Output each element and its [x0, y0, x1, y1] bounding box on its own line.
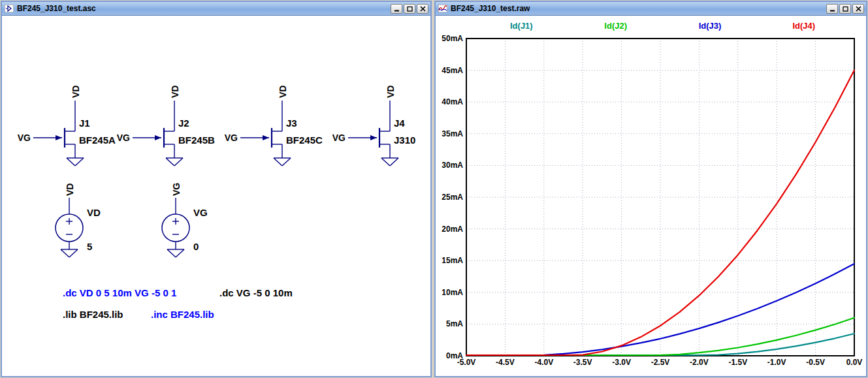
legend-Id(J1)[interactable]: Id(J1) — [510, 21, 533, 31]
jfet-symbol-J2[interactable]: VDVGJ2BF245B — [117, 86, 215, 166]
x-tick-label: -4.0V — [534, 358, 553, 367]
trace-Id(J4) — [466, 71, 854, 355]
spice-directive[interactable]: .dc VG -5 0 10m — [219, 287, 293, 298]
x-tick-label: 0.0V — [846, 358, 863, 367]
ground-symbol[interactable] — [61, 249, 78, 257]
waveform-plot: -5.0V-4.5V-4.0V-3.5V-3.0V-2.5V-2.0V-1.5V… — [436, 16, 866, 376]
y-tick-label: 0mA — [446, 351, 463, 360]
ground-symbol[interactable] — [274, 158, 291, 166]
minimize-button[interactable] — [826, 4, 838, 14]
legend-Id(J3)[interactable]: Id(J3) — [699, 21, 722, 31]
gate-arrow-icon — [370, 135, 377, 140]
source-value-label[interactable]: 0 — [193, 241, 199, 252]
net-label-drain[interactable]: VD — [385, 86, 396, 98]
x-tick-label: -1.0V — [767, 358, 786, 367]
schematic-titlebar[interactable]: BF245_J310_test.asc — [2, 2, 430, 16]
waveform-icon — [438, 4, 448, 13]
net-label-drain[interactable]: VD — [278, 86, 288, 98]
gate-arrow-icon — [56, 135, 62, 140]
y-tick-label: 10mA — [442, 288, 463, 297]
y-tick-label: 20mA — [442, 225, 463, 234]
jfet-ref-label[interactable]: J3 — [286, 118, 297, 129]
gate-arrow-icon — [263, 135, 269, 140]
y-tick-label: 25mA — [442, 193, 463, 202]
voltage-source-VG[interactable]: VGVG0 — [162, 183, 208, 257]
ltspice-desktop: BF245_J310_test.asc VDVGJ1BF245AVDVGJ2BF… — [0, 0, 868, 378]
x-tick-label: -1.5V — [728, 358, 747, 367]
net-label-gate[interactable]: VG — [117, 133, 130, 143]
source-name-label[interactable]: VD — [87, 207, 101, 218]
maximize-button[interactable] — [404, 4, 415, 14]
net-label-gate[interactable]: VG — [225, 133, 238, 143]
jfet-ref-label[interactable]: J4 — [394, 118, 405, 129]
minimize-button[interactable] — [391, 4, 402, 14]
net-label-VG[interactable]: VG — [171, 183, 182, 196]
plot-grid — [466, 39, 854, 356]
ground-symbol[interactable] — [381, 158, 398, 166]
schematic-canvas[interactable]: VDVGJ1BF245AVDVGJ2BF245BVDVGJ3BF245CVDVG… — [2, 16, 430, 376]
x-tick-label: -2.5V — [651, 358, 670, 367]
jfet-model-label[interactable]: J310 — [394, 134, 415, 146]
ground-symbol[interactable] — [166, 158, 183, 166]
y-tick-label: 15mA — [442, 256, 463, 265]
schematic-window: BF245_J310_test.asc VDVGJ1BF245AVDVGJ2BF… — [1, 1, 432, 377]
x-tick-label: -4.5V — [496, 358, 515, 367]
jfet-model-label[interactable]: BF245A — [79, 134, 116, 146]
maximize-button[interactable] — [839, 4, 851, 14]
net-label-drain[interactable]: VD — [71, 86, 81, 98]
legend-Id(J2)[interactable]: Id(J2) — [604, 21, 627, 31]
x-tick-label: -3.0V — [612, 358, 631, 367]
jfet-symbol-J3[interactable]: VDVGJ3BF245C — [225, 86, 323, 166]
schematic-drawing: VDVGJ1BF245AVDVGJ2BF245BVDVGJ3BF245CVDVG… — [2, 16, 430, 376]
y-tick-label: 45mA — [442, 66, 463, 75]
close-button[interactable] — [852, 4, 864, 14]
jfet-ref-label[interactable]: J2 — [178, 118, 189, 129]
source-name-label[interactable]: VG — [193, 207, 208, 218]
ground-symbol[interactable] — [67, 158, 84, 166]
jfet-symbol-J4[interactable]: VDVGJ4J310 — [332, 86, 416, 166]
ground-symbol[interactable] — [167, 249, 184, 257]
y-tick-label: 30mA — [442, 161, 463, 170]
net-label-gate[interactable]: VG — [18, 133, 31, 143]
legend-Id(J4)[interactable]: Id(J4) — [792, 21, 815, 31]
net-label-gate[interactable]: VG — [332, 133, 346, 143]
net-label-VD[interactable]: VD — [65, 183, 75, 196]
x-tick-label: -0.5V — [806, 358, 825, 367]
y-tick-label: 35mA — [442, 129, 463, 138]
waveform-canvas[interactable]: -5.0V-4.5V-4.0V-3.5V-3.0V-2.5V-2.0V-1.5V… — [436, 16, 866, 376]
close-button[interactable] — [417, 4, 428, 14]
spice-directive[interactable]: .dc VD 0 5 10m VG -5 0 1 — [63, 287, 176, 298]
y-tick-label: 50mA — [442, 34, 463, 43]
schematic-window-buttons — [391, 4, 428, 14]
jfet-ref-label[interactable]: J1 — [79, 118, 90, 129]
waveform-window: BF245_J310_test.raw -5.0V-4.5V-4.0V-3.5V… — [434, 1, 867, 377]
waveform-titlebar[interactable]: BF245_J310_test.raw — [436, 2, 866, 16]
voltage-source-VD[interactable]: VDVD5 — [56, 183, 101, 257]
source-value-label[interactable]: 5 — [87, 241, 92, 252]
schematic-title: BF245_J310_test.asc — [17, 4, 388, 13]
x-tick-label: -2.0V — [690, 358, 709, 367]
waveform-window-buttons — [826, 4, 864, 14]
jfet-model-label[interactable]: BF245C — [286, 134, 323, 146]
jfet-model-label[interactable]: BF245B — [178, 134, 215, 146]
spice-directive[interactable]: .lib BF245.lib — [63, 309, 123, 320]
x-tick-label: -3.5V — [573, 358, 592, 367]
spice-directive[interactable]: .inc BF245.lib — [151, 309, 214, 320]
y-tick-label: 5mA — [446, 319, 463, 328]
y-tick-label: 40mA — [442, 97, 463, 106]
net-label-drain[interactable]: VD — [170, 86, 180, 98]
jfet-symbol-J1[interactable]: VDVGJ1BF245A — [18, 86, 116, 166]
waveform-title: BF245_J310_test.raw — [451, 4, 824, 13]
gate-arrow-icon — [155, 135, 161, 140]
schematic-icon — [4, 4, 14, 13]
